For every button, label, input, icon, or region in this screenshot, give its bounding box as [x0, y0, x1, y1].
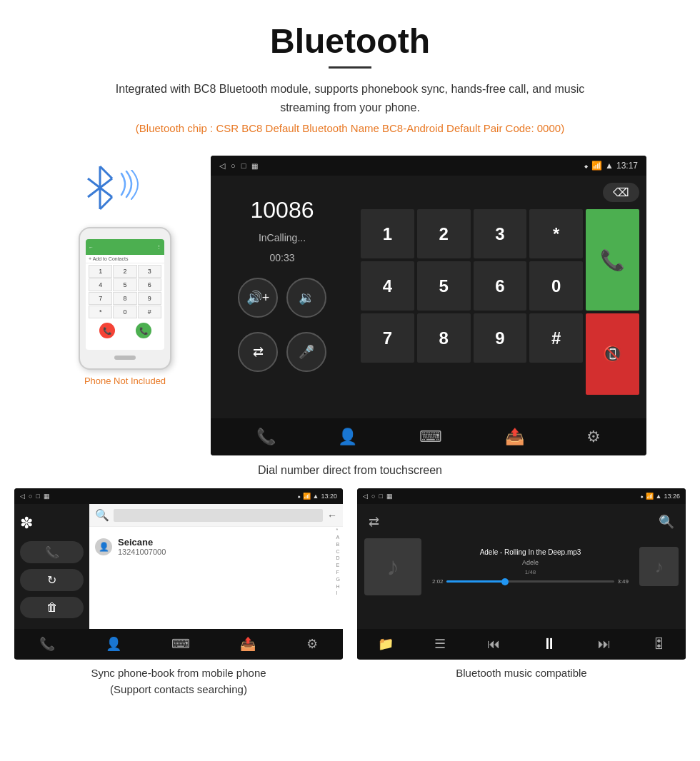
backspace-button[interactable]: ⌫ [603, 183, 639, 202]
pb-tab-phone[interactable]: 📞 [39, 636, 55, 652]
music-item: ◁ ○ □ ▦ ⬥ 📶 ▲ 13:26 ⇄ [357, 488, 686, 697]
transfer-tab-icon[interactable]: 📤 [505, 428, 524, 446]
call-status-icon: 📶 [591, 161, 602, 171]
pb-call-icon: 📶 [303, 493, 311, 500]
progress-track [446, 580, 615, 583]
pb-signal-icon: ⬥ [297, 493, 301, 500]
music-eq-icon[interactable]: 🎛 [652, 637, 665, 652]
music-signal-icon: ⬥ [640, 493, 644, 500]
music-prev-icon[interactable]: ⏮ [487, 637, 500, 652]
android-bottom-bar: 📞 👤 ⌨ 📤 ⚙ [211, 418, 646, 455]
key-4[interactable]: 4 [361, 261, 414, 311]
pb-search-bar: 🔍 ← [89, 504, 343, 527]
end-call-button[interactable]: 📵 [586, 313, 639, 395]
pb-tab-settings[interactable]: ⚙ [306, 636, 318, 652]
phonebook-item: ◁ ○ □ ▦ ⬥ 📶 ▲ 13:20 ✽ [14, 488, 343, 697]
key-5[interactable]: 5 [417, 261, 471, 311]
settings-tab-icon[interactable]: ⚙ [586, 428, 601, 446]
bluetooth-icon-area [82, 163, 168, 220]
dial-left-panel: 10086 InCalling... 00:33 🔊+ 🔉 ⇄ [211, 176, 354, 418]
page-description: Integrated with BC8 Bluetooth module, su… [100, 80, 600, 116]
key-6[interactable]: 6 [474, 261, 527, 311]
dial-caption: Dial number direct from touchscreen [14, 464, 686, 477]
pb-sidebar: ✽ 📞 ↻ 🗑 [14, 504, 89, 629]
music-time: 13:26 [664, 493, 680, 500]
phone-add-contact: + Add to Contacts [86, 255, 164, 263]
music-back-icon: ◁ [363, 493, 368, 500]
key-7[interactable]: 7 [361, 313, 414, 363]
music-call-icon: 📶 [646, 493, 654, 500]
track-count: 1/48 [525, 569, 536, 575]
pb-sync-icon: ↻ [47, 573, 56, 587]
shuffle-icon[interactable]: ⇄ [369, 515, 379, 529]
pb-tab-transfer[interactable]: 📤 [240, 636, 256, 652]
pb-tab-contacts[interactable]: 👤 [106, 636, 121, 652]
pb-delete-button[interactable]: 🗑 [20, 597, 84, 618]
pb-contact-area: 👤 Seicane 13241007000 * A B C [89, 527, 343, 566]
phone-not-included-label: Phone Not Included [84, 376, 166, 386]
time-total: 3:49 [617, 578, 629, 585]
transfer-button[interactable]: ⇄ [238, 332, 278, 372]
music-list-icon[interactable]: ☰ [434, 636, 446, 652]
key-8[interactable]: 8 [417, 313, 471, 363]
highlight-text: (Bluetooth chip : CSR BC8 Default Blueto… [14, 122, 686, 134]
music-note-icon: ♪ [386, 552, 399, 582]
call-timer: 00:33 [269, 252, 294, 263]
key-0[interactable]: 0 [529, 261, 583, 311]
pb-sync-button[interactable]: ↻ [20, 569, 84, 591]
back-icon: ◁ [219, 161, 225, 171]
artist-name: Adele [522, 559, 539, 566]
key-star[interactable]: * [529, 209, 583, 258]
album-art-small: ♪ [639, 547, 679, 586]
pb-tab-dialpad[interactable]: ⌨ [171, 636, 190, 652]
search-icon[interactable]: 🔍 [95, 508, 109, 522]
pb-home-icon: ○ [29, 493, 32, 500]
pb-bottom-bar: 📞 👤 ⌨ 📤 ⚙ [14, 629, 343, 659]
music-note-small-icon: ♪ [655, 557, 664, 577]
contacts-tab-icon[interactable]: 👤 [338, 428, 357, 446]
music-play-icon[interactable]: ⏸ [541, 635, 557, 653]
phonebook-caption: Sync phone-book from mobile phone (Suppo… [91, 665, 266, 697]
key-2[interactable]: 2 [417, 209, 471, 258]
pb-call-button[interactable]: 📞 [20, 541, 84, 563]
volume-up-button[interactable]: 🔊+ [238, 278, 278, 318]
top-section: ← ⋮ + Add to Contacts 1 2 3 4 5 6 7 8 [14, 156, 686, 455]
dial-right-panel: ⌫ 1 2 3 * 📞 4 5 6 0 7 8 [354, 176, 646, 418]
status-bar: ◁ ○ □ ▦ ⬥ 📶 ▲ 13:17 [211, 156, 646, 176]
pb-wifi-icon: ▲ [313, 493, 319, 500]
phone-side: ← ⋮ + Add to Contacts 1 2 3 4 5 6 7 8 [54, 156, 196, 386]
time-display: 13:17 [616, 161, 638, 171]
music-status-bar: ◁ ○ □ ▦ ⬥ 📶 ▲ 13:26 [357, 488, 686, 504]
key-hash[interactable]: # [529, 313, 583, 363]
contact-name: Seicane [118, 537, 166, 548]
progress-fill [446, 580, 506, 583]
music-next-icon[interactable]: ⏭ [598, 637, 611, 652]
phone-mockup: ← ⋮ + Add to Contacts 1 2 3 4 5 6 7 8 [79, 227, 171, 370]
search-back-icon[interactable]: ← [327, 510, 337, 521]
dialpad-tab-icon[interactable]: ⌨ [419, 428, 442, 446]
home-icon: ○ [231, 161, 236, 170]
pb-content: ✽ 📞 ↻ 🗑 🔍 [14, 504, 343, 629]
phone-action-buttons: 📞 📞 [86, 320, 164, 341]
dial-controls: 🔊+ 🔉 [238, 278, 326, 318]
call-button[interactable]: 📞 [586, 209, 639, 311]
music-search-icon[interactable]: 🔍 [659, 515, 674, 529]
pb-bluetooth-icon: ✽ [20, 511, 84, 535]
key-9[interactable]: 9 [474, 313, 527, 363]
pb-delete-icon: 🗑 [46, 601, 58, 614]
music-recent-icon: □ [379, 493, 382, 500]
dial-number: 10086 [251, 197, 314, 223]
phone-top-bar: ← ⋮ [86, 239, 164, 255]
key-1[interactable]: 1 [361, 209, 414, 258]
contact-phone: 13241007000 [118, 548, 166, 556]
mic-button[interactable]: 🎤 [286, 332, 326, 372]
music-folder-icon[interactable]: 📁 [378, 636, 394, 652]
phone-tab-icon[interactable]: 📞 [256, 428, 276, 446]
pb-contact-row: 👤 Seicane 13241007000 [95, 533, 337, 560]
song-title: Adele - Rolling In the Deep.mp3 [480, 548, 581, 556]
dial-content: 10086 InCalling... 00:33 🔊+ 🔉 ⇄ [211, 176, 646, 418]
key-3[interactable]: 3 [474, 209, 527, 258]
volume-down-button[interactable]: 🔉 [286, 278, 326, 318]
alphabet-strip: * A B C D E F G H I [336, 527, 340, 597]
phone-home-button [114, 356, 136, 360]
